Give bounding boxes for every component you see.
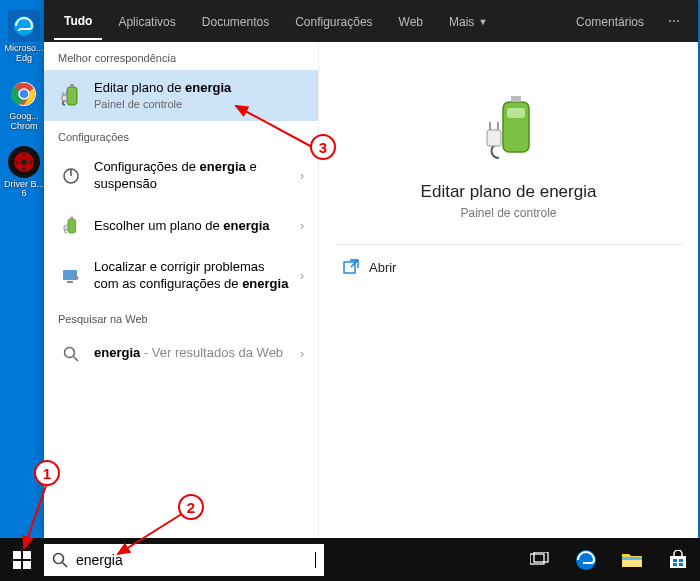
result-choose-power-plan[interactable]: Escolher um plano de energia ›	[44, 203, 318, 249]
svg-rect-31	[23, 561, 31, 569]
tab-comentarios[interactable]: Comentários	[566, 3, 654, 39]
taskview-button[interactable]	[518, 538, 562, 581]
result-title-pre: Editar plano de	[94, 80, 185, 95]
taskbar	[0, 538, 700, 581]
desktop-icon-driverbooster[interactable]: Driver B... 6	[4, 146, 44, 200]
desktop-icon-label: Driver B... 6	[4, 180, 44, 200]
svg-rect-28	[13, 551, 21, 559]
battery-plug-icon	[58, 213, 84, 239]
svg-rect-16	[64, 225, 68, 230]
svg-rect-22	[511, 96, 521, 102]
tab-tudo[interactable]: Tudo	[54, 2, 102, 40]
taskbar-edge[interactable]	[564, 538, 608, 581]
svg-rect-23	[507, 108, 525, 118]
chevron-right-icon: ›	[300, 269, 304, 283]
windows-logo-icon	[13, 551, 31, 569]
chevron-right-icon: ›	[300, 219, 304, 233]
taskbar-pinned-apps	[518, 538, 700, 581]
result-web-search[interactable]: energia - Ver resultados da Web ›	[44, 331, 318, 377]
desktop-icon-label: Microso... Edg	[4, 44, 44, 64]
chevron-right-icon: ›	[300, 347, 304, 361]
desktop-icon-edge[interactable]: Microso... Edg	[4, 10, 44, 64]
svg-rect-39	[670, 556, 686, 568]
detail-title: Editar plano de energia	[421, 182, 597, 202]
open-action[interactable]: Abrir	[335, 245, 682, 289]
troubleshoot-icon	[58, 263, 84, 289]
result-best-match[interactable]: Editar plano de energia Painel de contro…	[44, 70, 318, 121]
tab-documentos[interactable]: Documentos	[192, 3, 279, 39]
result-title-bold: energia	[185, 80, 231, 95]
tab-configuracoes[interactable]: Configurações	[285, 3, 382, 39]
tab-web[interactable]: Web	[389, 3, 433, 39]
svg-rect-8	[70, 84, 74, 87]
search-icon	[58, 341, 84, 367]
svg-rect-24	[487, 130, 501, 146]
results-list: Melhor correspondência Editar plano de e…	[44, 42, 319, 538]
result-troubleshoot-power[interactable]: Localizar e corrigir problemas com as co…	[44, 249, 318, 303]
svg-rect-29	[23, 551, 31, 559]
svg-rect-14	[68, 219, 76, 233]
text-cursor	[315, 552, 316, 568]
taskbar-search-box[interactable]	[44, 544, 324, 576]
chevron-down-icon: ▼	[478, 17, 487, 27]
result-subtitle: Painel de controle	[94, 97, 304, 111]
svg-rect-38	[622, 557, 642, 560]
svg-point-32	[54, 553, 64, 563]
svg-rect-41	[679, 559, 683, 562]
desktop-icon-chrome[interactable]: Goog... Chrom	[4, 78, 44, 132]
svg-rect-40	[673, 559, 677, 562]
svg-point-6	[21, 159, 27, 165]
battery-plug-icon	[58, 83, 84, 109]
chevron-right-icon: ›	[300, 169, 304, 183]
desktop-icons: Microso... Edg Goog... Chrom Driver B...…	[4, 10, 44, 199]
battery-plug-large-icon	[479, 94, 539, 166]
taskbar-store[interactable]	[656, 538, 700, 581]
svg-rect-18	[67, 281, 73, 283]
section-header-settings: Configurações	[44, 121, 318, 149]
section-header-web: Pesquisar na Web	[44, 303, 318, 331]
open-icon	[343, 259, 359, 275]
svg-rect-42	[673, 563, 677, 566]
search-icon	[52, 552, 68, 568]
search-filter-tabs: Tudo Aplicativos Documentos Configuraçõe…	[44, 0, 698, 42]
detail-subtitle: Painel de controle	[460, 206, 556, 220]
result-detail-pane: Editar plano de energia Painel de contro…	[319, 42, 698, 538]
taskbar-explorer[interactable]	[610, 538, 654, 581]
more-options-button[interactable]: ⋯	[660, 14, 688, 28]
start-button[interactable]	[0, 538, 44, 581]
desktop-icon-label: Goog... Chrom	[4, 112, 44, 132]
tab-mais[interactable]: Mais ▼	[439, 3, 497, 39]
section-header-best-match: Melhor correspondência	[44, 42, 318, 70]
svg-rect-43	[679, 563, 683, 566]
search-results-panel: Tudo Aplicativos Documentos Configuraçõe…	[44, 0, 698, 538]
power-icon	[58, 163, 84, 189]
svg-rect-30	[13, 561, 21, 569]
svg-rect-15	[70, 217, 73, 219]
svg-line-33	[63, 562, 68, 567]
svg-point-19	[65, 347, 75, 357]
search-input[interactable]	[76, 552, 309, 568]
open-label: Abrir	[369, 260, 396, 275]
svg-rect-7	[67, 87, 77, 105]
svg-rect-27	[344, 262, 355, 273]
tab-aplicativos[interactable]: Aplicativos	[108, 3, 185, 39]
result-power-sleep-settings[interactable]: Configurações de energia e suspensão ›	[44, 149, 318, 203]
svg-line-20	[74, 356, 79, 361]
svg-rect-9	[62, 95, 67, 101]
